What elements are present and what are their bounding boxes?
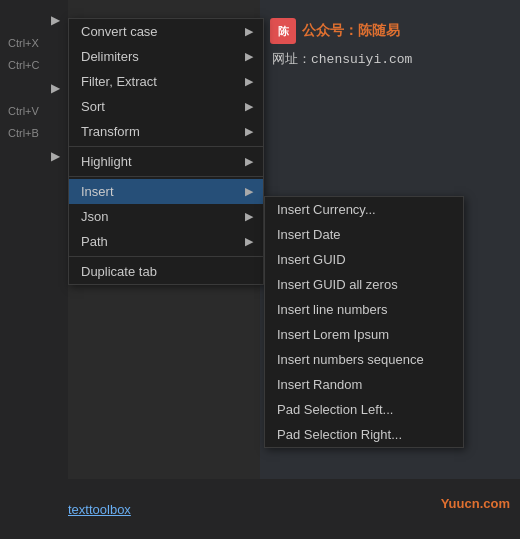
watermark-avatar: 陈 <box>270 18 296 44</box>
insert-submenu: Insert Currency... Insert Date Insert GU… <box>264 196 464 448</box>
submenu-item-insert-date[interactable]: Insert Date <box>265 222 463 247</box>
arrow-icon-insert: ▶ <box>245 185 253 198</box>
menu-label-highlight: Highlight <box>81 154 132 169</box>
shortcut-arrow-1: ▶ <box>0 8 68 32</box>
menu-separator-3 <box>69 256 263 257</box>
arrow-icon-highlight: ▶ <box>245 155 253 168</box>
arrow-icon-filter-extract: ▶ <box>245 75 253 88</box>
menu-item-filter-extract[interactable]: Filter, Extract ▶ <box>69 69 263 94</box>
submenu-item-insert-guid[interactable]: Insert GUID <box>265 247 463 272</box>
menu-label-sort: Sort <box>81 99 105 114</box>
arrow-icon-sort: ▶ <box>245 100 253 113</box>
menu-separator-1 <box>69 146 263 147</box>
submenu-item-insert-guid-zeros[interactable]: Insert GUID all zeros <box>265 272 463 297</box>
shortcut-ctrl-c: Ctrl+C <box>0 54 68 76</box>
menu-label-duplicate-tab: Duplicate tab <box>81 264 157 279</box>
menu-separator-2 <box>69 176 263 177</box>
submenu-item-insert-currency[interactable]: Insert Currency... <box>265 197 463 222</box>
left-sidebar: ▶ Ctrl+X Ctrl+C ▶ Ctrl+V Ctrl+B ▶ <box>0 0 68 539</box>
menu-label-json: Json <box>81 209 108 224</box>
menu-label-delimiters: Delimiters <box>81 49 139 64</box>
arrow-icon-json: ▶ <box>245 210 253 223</box>
menu-item-highlight[interactable]: Highlight ▶ <box>69 149 263 174</box>
watermark-logo: 陈 公众号：陈随易 <box>270 18 400 44</box>
menu-label-insert: Insert <box>81 184 114 199</box>
arrow-icon-delimiters: ▶ <box>245 50 253 63</box>
menu-item-json[interactable]: Json ▶ <box>69 204 263 229</box>
watermark-url: 网址：chensuiyi.com <box>272 50 412 68</box>
arrow-icon-convert-case: ▶ <box>245 25 253 38</box>
submenu-item-insert-random[interactable]: Insert Random <box>265 372 463 397</box>
submenu-item-pad-selection-left[interactable]: Pad Selection Left... <box>265 397 463 422</box>
submenu-item-insert-lorem-ipsum[interactable]: Insert Lorem Ipsum <box>265 322 463 347</box>
menu-item-convert-case[interactable]: Convert case ▶ <box>69 19 263 44</box>
shortcut-ctrl-v: Ctrl+V <box>0 100 68 122</box>
menu-item-insert[interactable]: Insert ▶ <box>69 179 263 204</box>
context-menu: Convert case ▶ Delimiters ▶ Filter, Extr… <box>68 18 264 285</box>
menu-item-sort[interactable]: Sort ▶ <box>69 94 263 119</box>
arrow-icon-transform: ▶ <box>245 125 253 138</box>
shortcut-ctrl-x: Ctrl+X <box>0 32 68 54</box>
shortcut-ctrl-b: Ctrl+B <box>0 122 68 144</box>
watermark-wechat: 公众号：陈随易 <box>302 22 400 40</box>
menu-item-path[interactable]: Path ▶ <box>69 229 263 254</box>
menu-label-path: Path <box>81 234 108 249</box>
yuucn-watermark: Yuucn.com <box>441 496 510 511</box>
arrow-icon-path: ▶ <box>245 235 253 248</box>
submenu-item-pad-selection-right[interactable]: Pad Selection Right... <box>265 422 463 447</box>
menu-item-delimiters[interactable]: Delimiters ▶ <box>69 44 263 69</box>
submenu-item-insert-numbers-sequence[interactable]: Insert numbers sequence <box>265 347 463 372</box>
menu-item-duplicate-tab[interactable]: Duplicate tab <box>69 259 263 284</box>
menu-label-filter-extract: Filter, Extract <box>81 74 157 89</box>
shortcut-arrow-2: ▶ <box>0 76 68 100</box>
shortcut-arrow-3: ▶ <box>0 144 68 168</box>
menu-label-transform: Transform <box>81 124 140 139</box>
menu-item-transform[interactable]: Transform ▶ <box>69 119 263 144</box>
submenu-item-insert-line-numbers[interactable]: Insert line numbers <box>265 297 463 322</box>
menu-label-convert-case: Convert case <box>81 24 158 39</box>
